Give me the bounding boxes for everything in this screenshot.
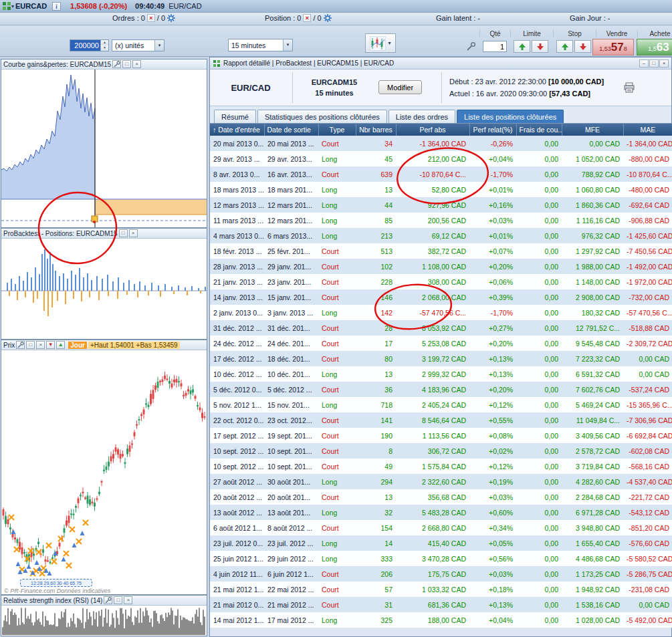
table-row[interactable]: 20 août 2012 ...20 août 201...Court13356… — [210, 489, 672, 505]
buy-button[interactable]: 1,5 63 — [637, 39, 672, 55]
minimize-icon[interactable]: – — [639, 59, 649, 68]
timeframe-select[interactable]: 15 minutes ▾ — [228, 39, 293, 51]
column-header-0[interactable]: ↑ Date d'entrée — [210, 124, 264, 136]
table-row[interactable]: 14 mai 2012 1...17 mai 2012 ...Long32518… — [210, 612, 672, 628]
equity-close-icon[interactable]: × — [132, 60, 141, 68]
table-row[interactable]: 12 mars 2013 ...12 mars 201...Long44927,… — [210, 197, 672, 213]
trade-qty-input[interactable] — [483, 41, 507, 52]
rsi-panel-title: Relative strength index (RSI) (14) — [3, 597, 102, 604]
print-button[interactable] — [621, 80, 638, 96]
positions-maximize-icon[interactable]: □ — [119, 229, 128, 237]
table-row[interactable]: 25 juin 2012 1...29 juin 2012 ...Long333… — [210, 551, 672, 566]
rsi-close-icon[interactable]: × — [124, 596, 132, 604]
table-row[interactable]: 24 déc. 2012 ...24 déc. 201...Court175 2… — [210, 336, 672, 351]
spin-up-icon[interactable]: ▲ — [101, 40, 108, 45]
maximize-icon[interactable]: □ — [649, 59, 659, 68]
timeframe-caret-icon[interactable]: ▾ — [283, 39, 292, 51]
tab-2[interactable]: Liste des ordres — [388, 110, 455, 123]
column-header-2[interactable]: Type — [318, 124, 356, 136]
tab-0[interactable]: Résumé — [214, 110, 256, 123]
table-row[interactable]: 17 sept. 2012 ...19 sept. 201...Court190… — [210, 428, 672, 443]
table-row[interactable]: 13 août 2012 ...13 août 201...Long325 48… — [210, 505, 672, 520]
table-row[interactable]: 8 avr. 2013 0...16 avr. 2013...Court639-… — [210, 166, 672, 182]
wrench-icon[interactable] — [466, 41, 476, 51]
table-row[interactable]: 21 mai 2012 0...21 mai 2012 ...Court3168… — [210, 597, 672, 612]
rsi-settings-icon[interactable] — [104, 596, 112, 604]
modify-button[interactable]: Modifier — [378, 80, 422, 94]
clock: 09:40:49 — [135, 2, 164, 10]
table-row[interactable]: 4 juin 2012 11...6 juin 2012 1...Court20… — [210, 566, 672, 582]
table-row[interactable]: 6 août 2012 1...8 août 2012 ...Court1542… — [210, 520, 672, 535]
table-row[interactable]: 5 déc. 2012 0...5 déc. 2012 ...Court364 … — [210, 382, 672, 397]
table-row[interactable]: 14 janv. 2013 ...15 janv. 201...Court146… — [210, 289, 672, 305]
column-header-8[interactable]: MAE — [623, 124, 672, 136]
equity-settings-icon[interactable] — [112, 60, 121, 68]
report-titlebar[interactable]: Rapport détaillé | ProBacktest | EURCADM… — [210, 57, 671, 70]
cell-1: 16 avr. 2013... — [264, 166, 318, 182]
table-row[interactable]: 31 déc. 2012 ...31 déc. 201...Court288 0… — [210, 320, 672, 336]
cancel-orders-icon[interactable]: × — [147, 14, 155, 22]
cell-3: 36 — [356, 382, 396, 397]
column-header-7[interactable]: MFE — [562, 124, 623, 136]
cell-4: 52,80 CAD — [396, 182, 469, 197]
equity-maximize-icon[interactable]: □ — [122, 60, 131, 68]
table-row[interactable]: 2 janv. 2013 0...3 janv. 2013 ...Long142… — [210, 305, 672, 320]
spin-down-icon[interactable]: ▼ — [101, 45, 108, 51]
tab-1[interactable]: Statistiques des positions clôturées — [257, 110, 387, 123]
sell-button[interactable]: 1,53 57 8 — [592, 39, 634, 55]
column-header-6[interactable]: Frais de cou... — [516, 124, 562, 136]
table-row[interactable]: 23 juil. 2012 0...23 juil. 2012 ...Long1… — [210, 535, 672, 551]
info-icon[interactable]: i — [52, 2, 61, 11]
position-settings-icon[interactable] — [324, 14, 332, 22]
positions-table-head[interactable]: ↑ Date d'entréeDate de sortieTypeNbr bar… — [210, 124, 672, 136]
table-row[interactable]: 10 sept. 2012 ...10 sept. 201...Court491… — [210, 459, 672, 474]
price-scroll-up-icon[interactable]: ▲ — [56, 341, 65, 349]
table-row[interactable]: 21 mai 2012 1...22 mai 2012 ...Court571 … — [210, 582, 672, 597]
table-row[interactable]: 5 nov. 2012 1...15 nov. 201...Long7182 4… — [210, 397, 672, 412]
cell-1: 10 déc. 201... — [264, 366, 318, 382]
table-row[interactable]: 17 déc. 2012 ...18 déc. 201...Court803 1… — [210, 351, 672, 366]
sell-stop-button[interactable] — [574, 40, 591, 53]
symbol-caret-icon[interactable]: ▾ — [11, 3, 14, 9]
start-date: 23 avr. 2012 22:30:00 — [475, 78, 546, 86]
sell-limit-button[interactable] — [532, 40, 548, 53]
table-row[interactable]: 18 mars 2013 ...18 mars 201...Long1352,8… — [210, 182, 672, 197]
table-row[interactable]: 10 déc. 2012 ...10 déc. 201...Long132 99… — [210, 366, 672, 382]
column-header-1[interactable]: Date de sortie — [264, 124, 318, 136]
units-select[interactable]: (x) unités ▾ — [112, 39, 164, 51]
close-position-icon[interactable]: × — [303, 14, 311, 22]
price-maximize-icon[interactable]: □ — [26, 341, 35, 349]
table-row[interactable]: 21 janv. 2013 ...23 janv. 201...Court228… — [210, 274, 672, 289]
buy-stop-button[interactable] — [556, 40, 573, 53]
table-row[interactable]: 20 mai 2013 0...20 mai 2013 ...Court34-1… — [210, 136, 672, 151]
positions-close-icon[interactable]: × — [129, 229, 138, 237]
column-header-4[interactable]: Perf abs — [396, 124, 469, 136]
table-row[interactable]: 4 mars 2013 0...6 mars 2013...Long21369,… — [210, 228, 672, 243]
table-row[interactable]: 11 mars 2013 ...12 mars 201...Long85200,… — [210, 213, 672, 228]
table-row[interactable]: 22 oct. 2012 0...23 oct. 2012...Court141… — [210, 412, 672, 428]
table-row[interactable]: 10 sept. 2012 ...10 sept. 201...Court830… — [210, 443, 672, 459]
table-row[interactable]: 28 janv. 2013 ...29 janv. 201...Court102… — [210, 259, 672, 274]
table-row[interactable]: 29 avr. 2013 ...29 avr. 2013...Long45212… — [210, 151, 672, 166]
price-settings-icon[interactable] — [16, 341, 25, 349]
rsi-maximize-icon[interactable]: □ — [114, 596, 122, 604]
price-close-icon[interactable]: × — [36, 341, 45, 349]
column-header-5[interactable]: Perf relat(%) — [469, 124, 516, 136]
chart-style-button[interactable]: ▾ — [365, 33, 396, 53]
tab-3[interactable]: Liste des positions clôturées — [457, 110, 564, 123]
orders-settings-icon[interactable] — [167, 14, 175, 22]
price-scroll-down-icon[interactable]: ▼ — [46, 341, 55, 349]
time-axis-selection[interactable]: 12:28 29,60 30 40 65 75 — [20, 579, 92, 587]
symbol-label[interactable]: EURCAD — [15, 2, 47, 10]
buy-limit-button[interactable] — [514, 40, 530, 53]
column-header-3[interactable]: Nbr barres — [356, 124, 396, 136]
table-row[interactable]: 18 févr. 2013 ...25 févr. 201...Court513… — [210, 243, 672, 259]
cell-6: 0,00 — [516, 136, 562, 151]
quantity-stepper[interactable]: 200000 ▲ ▼ — [70, 39, 109, 51]
quantity-value[interactable]: 200000 — [70, 40, 100, 51]
cell-0: 20 mai 2013 0... — [210, 136, 264, 151]
table-row[interactable]: 27 août 2012 ...30 août 201...Long2942 3… — [210, 474, 672, 489]
quantity-spin-buttons[interactable]: ▲ ▼ — [100, 40, 108, 51]
units-caret-icon[interactable]: ▾ — [154, 40, 164, 51]
close-icon[interactable]: × — [659, 59, 669, 68]
